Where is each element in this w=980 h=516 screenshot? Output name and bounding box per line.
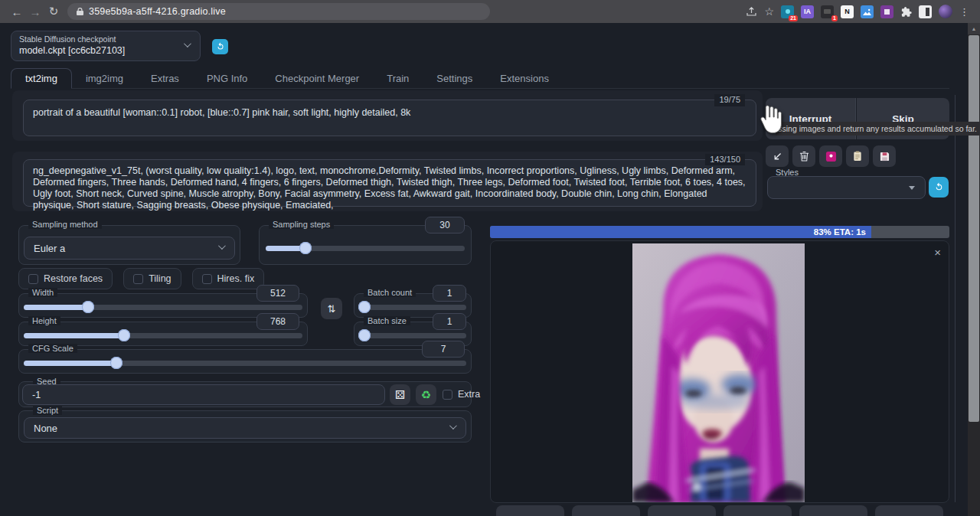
- address-bar[interactable]: 359e5b9a-a5ff-4216.gradio.live: [67, 3, 490, 20]
- tiling-option[interactable]: Tiling: [123, 268, 181, 289]
- slider-handle[interactable]: [358, 329, 371, 341]
- back-icon[interactable]: ←: [8, 5, 26, 18]
- slider-handle[interactable]: [358, 301, 371, 313]
- extension-icon-1[interactable]: 21: [781, 5, 794, 18]
- swap-dimensions-button[interactable]: ⇅: [321, 298, 342, 319]
- apply-style-button[interactable]: [846, 145, 869, 167]
- refresh-checkpoint-button[interactable]: [212, 39, 228, 54]
- paste-generation-params-button[interactable]: [766, 145, 789, 167]
- restore-faces-checkbox[interactable]: [28, 274, 38, 284]
- reload-icon[interactable]: ↻: [44, 5, 63, 18]
- profile-avatar[interactable]: [939, 5, 952, 18]
- cfg-scale-slider[interactable]: [24, 361, 466, 366]
- save-style-button[interactable]: [873, 145, 896, 167]
- seed-extra-label: Extra: [458, 389, 480, 400]
- extension-icon-image[interactable]: [861, 5, 874, 18]
- hires-fix-checkbox[interactable]: [202, 274, 212, 284]
- tab-train[interactable]: Train: [373, 68, 423, 88]
- prompt-input[interactable]: portrait of a beautiful [woman::0.1] rob…: [23, 100, 756, 136]
- hires-fix-option[interactable]: Hires. fix: [192, 268, 265, 289]
- share-icon[interactable]: [746, 6, 757, 17]
- sampling-steps-value[interactable]: 30: [425, 217, 465, 234]
- batch-size-value[interactable]: 1: [433, 313, 466, 330]
- page-scrollbar[interactable]: ▲: [968, 23, 980, 516]
- extra-networks-button[interactable]: [819, 145, 842, 167]
- url-text: 359e5b9a-a5ff-4216.gradio.live: [89, 6, 226, 17]
- batch-count-slider[interactable]: [359, 305, 466, 310]
- generated-image[interactable]: [632, 243, 805, 502]
- refresh-icon: [216, 42, 225, 51]
- tab-png-info[interactable]: PNG Info: [193, 68, 261, 88]
- mouse-cursor-hand: [760, 104, 784, 135]
- negative-prompt-input[interactable]: ng_deepnegative_v1_75t, (worst quality, …: [23, 159, 756, 207]
- cfg-scale-value[interactable]: 7: [422, 341, 465, 358]
- scrollbar-thumb[interactable]: [969, 35, 979, 422]
- restore-faces-label: Restore faces: [44, 273, 103, 284]
- forward-icon[interactable]: →: [26, 5, 44, 18]
- gallery-action-button[interactable]: [572, 505, 640, 516]
- tab-txt2img[interactable]: txt2img: [11, 68, 72, 89]
- checkpoint-selector[interactable]: Stable Diffusion checkpoint model.ckpt […: [11, 31, 201, 61]
- seed-input[interactable]: -1: [22, 384, 385, 405]
- gallery-action-button[interactable]: [648, 505, 716, 516]
- batch-count-value[interactable]: 1: [433, 285, 466, 302]
- tab-settings[interactable]: Settings: [423, 68, 486, 88]
- checkpoint-label: Stable Diffusion checkpoint: [19, 34, 192, 44]
- bookmark-star-icon[interactable]: ☆: [764, 5, 774, 18]
- height-value[interactable]: 768: [256, 313, 299, 330]
- scroll-up-arrow-icon[interactable]: ▲: [968, 23, 980, 34]
- slider-handle[interactable]: [110, 357, 122, 369]
- output-gallery: ×: [490, 240, 949, 503]
- extension-icon-ia[interactable]: IA: [801, 5, 814, 18]
- negative-prompt-token-counter: 143/150: [705, 154, 745, 165]
- sampling-steps-slider[interactable]: [266, 246, 465, 251]
- extension-icon-notion[interactable]: N: [841, 5, 854, 18]
- tab-checkpoint-merger[interactable]: Checkpoint Merger: [261, 68, 373, 88]
- restore-faces-option[interactable]: Restore faces: [18, 268, 113, 289]
- width-value[interactable]: 512: [256, 285, 299, 302]
- batch-size-slider[interactable]: [359, 333, 466, 338]
- checkpoint-value: model.ckpt [cc6cb27103]: [19, 45, 192, 56]
- slider-handle[interactable]: [82, 301, 94, 313]
- extensions-puzzle-icon[interactable]: [900, 6, 912, 18]
- width-label: Width: [28, 288, 57, 297]
- tab-extras[interactable]: Extras: [137, 68, 193, 88]
- seed-extra-option[interactable]: Extra: [443, 389, 480, 400]
- close-image-button[interactable]: ×: [934, 246, 941, 259]
- reuse-seed-button[interactable]: ♻: [416, 384, 436, 405]
- prompt-text: portrait of a beautiful [woman::0.1] rob…: [33, 107, 410, 118]
- browser-menu-icon[interactable]: ⋮: [959, 6, 969, 18]
- script-dropdown[interactable]: None: [24, 417, 466, 439]
- random-seed-button[interactable]: ⚄: [390, 384, 410, 405]
- prompt-tool-row: [766, 145, 896, 167]
- clear-prompt-button[interactable]: [792, 145, 815, 167]
- extension-icon-2[interactable]: 1: [821, 5, 834, 18]
- height-slider[interactable]: [24, 333, 302, 338]
- slider-handle[interactable]: [299, 242, 312, 254]
- tab-extensions[interactable]: Extensions: [486, 68, 563, 88]
- extension-icon-onenote[interactable]: [880, 5, 893, 18]
- gallery-action-button[interactable]: [799, 505, 867, 516]
- chevron-down-icon: [449, 422, 457, 429]
- extra-networks-card-icon: [825, 151, 837, 162]
- sampling-method-label: Sampling method: [28, 220, 102, 229]
- styles-dropdown[interactable]: [767, 176, 926, 199]
- gallery-action-button[interactable]: [496, 505, 564, 516]
- seed-extra-checkbox[interactable]: [443, 390, 452, 400]
- main-tabs: txt2img img2img Extras PNG Info Checkpoi…: [11, 68, 949, 89]
- negative-prompt-block: ng_deepnegative_v1_75t, (worst quality, …: [12, 152, 763, 211]
- recycle-icon: ♻: [421, 388, 431, 402]
- prompt-block: portrait of a beautiful [woman::0.1] rob…: [12, 90, 763, 141]
- gallery-action-button[interactable]: [724, 505, 792, 516]
- width-slider[interactable]: [24, 305, 302, 310]
- tab-img2img[interactable]: img2img: [72, 68, 137, 88]
- sampling-method-dropdown[interactable]: Euler a: [24, 237, 235, 260]
- refresh-icon: [934, 182, 944, 192]
- slider-handle[interactable]: [118, 329, 130, 341]
- sidebar-panel-icon[interactable]: [919, 5, 932, 18]
- gallery-action-button[interactable]: [875, 505, 943, 516]
- height-label: Height: [28, 316, 60, 325]
- tiling-checkbox[interactable]: [133, 274, 143, 284]
- refresh-styles-button[interactable]: [929, 177, 949, 198]
- chevron-down-icon: [218, 242, 226, 250]
